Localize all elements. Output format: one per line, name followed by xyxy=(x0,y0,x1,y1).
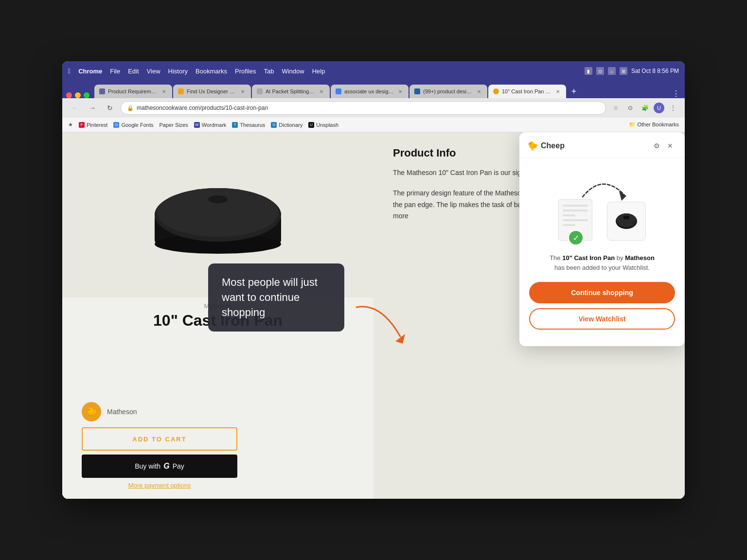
bookmark-google-fonts[interactable]: G Google Fonts xyxy=(113,122,153,128)
arrow-annotation xyxy=(342,298,420,356)
brand-name-in-cart: Matheson xyxy=(107,408,137,416)
close-traffic-light[interactable] xyxy=(66,92,72,98)
tab-bar: Product Requirements: Ch... ✕ Find Ux De… xyxy=(62,81,685,98)
svg-rect-12 xyxy=(623,216,629,219)
bookmark-dictionary[interactable]: D Dictionary xyxy=(271,122,302,128)
svg-rect-6 xyxy=(213,195,223,203)
tab-close-icon[interactable]: ✕ xyxy=(160,88,167,95)
gpay-g-icon: G xyxy=(163,462,169,471)
tab-favicon xyxy=(414,88,420,94)
menu-window[interactable]: Window xyxy=(282,68,304,75)
dictionary-icon: D xyxy=(271,122,277,128)
tab-product-designer[interactable]: (99+) product designer Jo... ✕ xyxy=(409,85,487,98)
url-bar[interactable]: 🔒 mathesoncookware.com/products/10-cast-… xyxy=(121,101,606,115)
bookmark-label: Unsplash xyxy=(316,122,338,128)
doc-line-short xyxy=(563,214,575,216)
wifi-icon: ⊙ xyxy=(596,67,604,75)
tooltip-callout: Most people will just want to continue s… xyxy=(208,263,344,332)
doc-line xyxy=(563,210,588,211)
tab-close-icon[interactable]: ✕ xyxy=(476,88,482,95)
address-bar-right: ☆ ⊙ 🧩 U ⋮ xyxy=(610,102,679,114)
cheep-popup-header: 🐤 Cheep ⚙ ✕ xyxy=(519,132,685,158)
menu-profiles[interactable]: Profiles xyxy=(235,68,256,75)
bookmark-paper-sizes[interactable]: Paper Sizes xyxy=(159,122,188,128)
tab-close-icon[interactable]: ✕ xyxy=(239,88,246,95)
tab-close-icon[interactable]: ✕ xyxy=(318,88,325,95)
tab-product-requirements[interactable]: Product Requirements: Ch... ✕ xyxy=(94,85,172,98)
doc-line xyxy=(563,219,588,221)
address-bar: ← → ↻ 🔒 mathesoncookware.com/products/10… xyxy=(62,98,685,118)
bookmark-other[interactable]: 📁 Other Bookmarks xyxy=(629,122,679,128)
maximize-traffic-light[interactable] xyxy=(84,92,89,98)
buy-with-label: Buy with xyxy=(135,462,160,470)
google-pay-button[interactable]: Buy with G Pay xyxy=(82,455,237,478)
menu-chrome[interactable]: Chrome xyxy=(78,68,102,75)
cheep-popup: 🐤 Cheep ⚙ ✕ xyxy=(519,132,685,346)
tab-cast-iron-pan[interactable]: 10" Cast Iron Pan – MATHE... ✕ xyxy=(488,85,566,98)
tab-list-icon[interactable]: ⋮ xyxy=(671,88,681,98)
pinterest-icon: P xyxy=(79,122,85,128)
cheep-close-button[interactable]: ✕ xyxy=(663,139,677,153)
bookmarks-star-icon[interactable]: ★ xyxy=(68,122,73,128)
view-watchlist-label: View Watchlist xyxy=(578,315,625,323)
menu-file[interactable]: File xyxy=(110,68,120,75)
minimize-traffic-light[interactable] xyxy=(75,92,81,98)
tab-close-icon[interactable]: ✕ xyxy=(554,88,561,95)
bookmark-label: Thesaurus xyxy=(240,122,265,128)
tab-ux-jobs[interactable]: Find Ux Designer Jobs wi... ✕ xyxy=(173,85,251,98)
view-watchlist-button[interactable]: View Watchlist xyxy=(529,308,675,330)
tab-title: (99+) product designer Jo... xyxy=(423,88,473,94)
menu-help[interactable]: Help xyxy=(312,68,325,75)
reading-mode-icon[interactable]: ⊙ xyxy=(624,102,636,114)
continue-shopping-button[interactable]: Continue shopping xyxy=(529,282,675,303)
tab-title: associate ux designer xyxy=(344,88,394,94)
tab-favicon xyxy=(336,88,341,94)
bookmark-thesaurus[interactable]: T Thesaurus xyxy=(232,122,265,128)
bookmark-unsplash[interactable]: U Unsplash xyxy=(308,122,338,128)
tab-favicon xyxy=(493,88,499,94)
doc-line xyxy=(563,205,588,207)
add-to-cart-label: ADD TO CART xyxy=(132,436,186,443)
unsplash-icon: U xyxy=(308,122,314,128)
bookmark-wordmark[interactable]: W Wordmark xyxy=(194,122,227,128)
apple-logo-icon[interactable]:  xyxy=(68,67,71,75)
menu-view[interactable]: View xyxy=(147,68,160,75)
menu-history[interactable]: History xyxy=(168,68,188,75)
bookmark-star-icon[interactable]: ☆ xyxy=(610,102,622,114)
add-to-cart-button[interactable]: ADD TO CART xyxy=(82,427,237,451)
search-icon[interactable]: ⌕ xyxy=(608,67,616,75)
doc-lines xyxy=(559,200,592,231)
tab-title: AI Packet Splitting — NK F... xyxy=(266,88,315,94)
cheep-popup-body: ✓ The 10" Cast Iron Pan by Mathesonhas b… xyxy=(519,158,685,346)
control-center-icon[interactable]: ⊞ xyxy=(620,67,627,75)
new-tab-button[interactable]: + xyxy=(567,85,581,98)
title-bar:  Chrome File Edit View History Bookmark… xyxy=(62,61,685,81)
watchlist-message: The 10" Cast Iron Pan by Mathesonhas bee… xyxy=(550,253,655,272)
more-payment-options-link[interactable]: More payment options xyxy=(82,482,237,489)
gear-icon: ⚙ xyxy=(654,142,660,150)
more-options-icon[interactable]: ⋮ xyxy=(667,102,679,114)
system-icons: ▮ ⊙ ⌕ ⊞ xyxy=(585,67,627,75)
bookmark-label: Pinterest xyxy=(87,122,107,128)
bookmark-label: Dictionary xyxy=(279,122,302,128)
back-button[interactable]: ← xyxy=(68,101,82,115)
profile-icon[interactable]: U xyxy=(654,103,664,113)
tab-ai-packet[interactable]: AI Packet Splitting — NK F... ✕ xyxy=(252,85,330,98)
tab-close-icon[interactable]: ✕ xyxy=(397,88,404,95)
cheep-settings-button[interactable]: ⚙ xyxy=(650,139,663,153)
doc-line-short xyxy=(563,224,575,226)
page-content: Matheson 10" Cast Iron Pan 🐤 Matheson AD… xyxy=(62,132,685,499)
menu-tab[interactable]: Tab xyxy=(264,68,274,75)
cheep-logo-icon: 🐤 xyxy=(527,140,538,151)
reload-button[interactable]: ↻ xyxy=(103,101,117,115)
watchlist-graphic: ✓ xyxy=(553,168,651,245)
bookmark-pinterest[interactable]: P Pinterest xyxy=(79,122,107,128)
tooltip-text: Most people will just want to continue s… xyxy=(222,276,318,318)
url-text: mathesoncookware.com/products/10-cast-ir… xyxy=(137,105,600,111)
menu-bookmarks[interactable]: Bookmarks xyxy=(196,68,227,75)
forward-button[interactable]: → xyxy=(86,101,99,115)
tab-associate-ux[interactable]: associate ux designer ✕ xyxy=(331,85,409,98)
bookmark-label: Paper Sizes xyxy=(159,122,188,128)
extension-icon[interactable]: 🧩 xyxy=(639,102,651,114)
menu-edit[interactable]: Edit xyxy=(128,68,139,75)
